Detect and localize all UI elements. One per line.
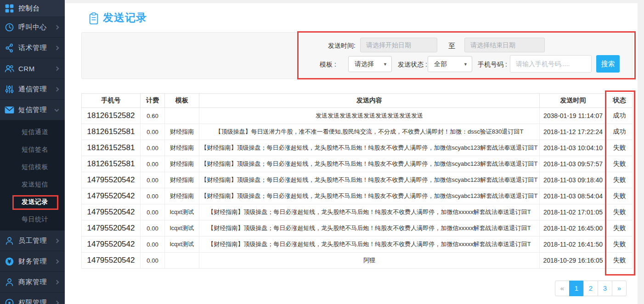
cell-send-time: 2018-11-02 16:45:00 xyxy=(540,220,607,236)
cell-phone: 14795520542 xyxy=(82,253,141,269)
sidebar-item-merchant-mgmt[interactable]: 商家管理 xyxy=(0,272,65,293)
cell-phone: 14795520542 xyxy=(82,204,141,220)
sidebar-item-crm[interactable]: CRM xyxy=(0,58,65,79)
sidebar-subitem-sms-template[interactable]: 短信模板 xyxy=(0,158,65,175)
sidebar: 控制台呼叫中心话术管理CRM通信管理短信管理短信通道短信签名短信模板发送短信发送… xyxy=(0,0,65,304)
select-arrow-icon: ▼ xyxy=(383,62,387,67)
cell-phone: 14795520542 xyxy=(82,188,141,204)
column-header: 计费 xyxy=(141,94,165,108)
page-3-button[interactable]: 3 xyxy=(598,281,612,296)
cell-template: lcqxt测试 xyxy=(165,236,199,253)
yen-icon: ¥ xyxy=(4,257,15,266)
cell-template: lcqxt测试 xyxy=(165,220,199,236)
select-arrow-icon: ▼ xyxy=(463,62,468,67)
sidebar-item-label: 控制台 xyxy=(18,4,40,13)
svg-text:¥: ¥ xyxy=(7,258,11,265)
cell-fee: 0.00 xyxy=(141,140,165,156)
table-row: 181261525810.00财经指南【财经指南】顶级操盘；每日必涨超短线，龙头… xyxy=(82,140,633,156)
target-icon xyxy=(4,298,15,304)
table-row: 181261525810.00财经指南【顶级操盘】每日送潜力牛股，准不准一看便知… xyxy=(82,124,633,140)
sidebar-item-sms-mgmt[interactable]: 短信管理 xyxy=(0,100,65,120)
template-select[interactable]: 请选择 ▼ xyxy=(348,56,392,72)
sidebar-item-label: 财务管理 xyxy=(18,257,47,266)
page-title: 发送记录 xyxy=(103,11,147,25)
cell-phone: 18126152581 xyxy=(82,156,141,172)
sidebar-item-label: 权限管理 xyxy=(18,298,47,304)
cell-content: 【财经指南】顶级操盘；每日必涨超短线，龙头股绝不马后炮！纯股友不收费人满即停，加… xyxy=(199,188,540,204)
cell-fee: 0.00 xyxy=(141,236,165,253)
sidebar-subitem-send-sms[interactable]: 发送短信 xyxy=(0,175,65,193)
cell-status: 失败 xyxy=(607,220,633,236)
cell-fee: 0.00 xyxy=(141,220,165,236)
chevron-right-icon xyxy=(55,238,59,243)
end-date-input[interactable] xyxy=(464,38,545,52)
clock-icon xyxy=(4,23,15,32)
cell-send-time: 2018-11-03 08:54:04 xyxy=(540,188,607,204)
sidebar-item-label: 商家管理 xyxy=(18,278,47,287)
cell-fee: 0.60 xyxy=(141,108,165,124)
page-1-button[interactable]: 1 xyxy=(569,281,584,296)
table-row: 181261525810.00财经指南【财经指南】顶级操盘；每日必涨超短线，龙头… xyxy=(82,156,633,172)
table-body: 181261525820.60发送发送发送发送发送发送发送发送发送2038-01… xyxy=(82,108,633,269)
cell-fee: 0.00 xyxy=(141,188,165,204)
template-label: 模板 : xyxy=(320,61,336,69)
chevron-right-icon xyxy=(55,66,59,71)
cell-status: 成功 xyxy=(607,124,633,140)
table-row: 147955205420.00财经指南【财经指南】顶级操盘；每日必涨超短线，龙头… xyxy=(82,188,633,204)
column-header: 发送内容 xyxy=(199,94,540,108)
sidebar-item-console[interactable]: 控制台 xyxy=(0,0,65,17)
chevron-right-icon xyxy=(55,259,59,264)
start-date-input[interactable] xyxy=(360,38,437,52)
chevron-right-icon xyxy=(55,87,59,91)
search-button[interactable]: 搜索 xyxy=(596,55,620,73)
cell-content: 【财经指南】顶级操盘；每日必涨超短线，龙头股绝不马后炮！纯股友不收费人满即停，加… xyxy=(199,220,540,236)
sidebar-item-comm-mgmt[interactable]: 通信管理 xyxy=(0,79,65,100)
pagination: «123» xyxy=(555,281,627,296)
column-header: 手机号 xyxy=(82,94,141,108)
cell-template: 财经指南 xyxy=(165,188,199,204)
cell-status: 失败 xyxy=(607,156,633,172)
sidebar-submenu-sms-mgmt: 短信通道短信签名短信模板发送短信发送记录每日统计 xyxy=(0,120,65,231)
chevron-right-icon xyxy=(55,300,59,304)
table-row: 181261525820.60发送发送发送发送发送发送发送发送发送2038-01… xyxy=(82,108,633,124)
page-next-button[interactable]: » xyxy=(612,281,627,296)
cell-phone: 14795520542 xyxy=(82,220,141,236)
cell-content: 【财经指南】顶级操盘；每日必涨超短线，龙头股绝不马后炮！纯股友不收费人满即停，加… xyxy=(199,140,540,156)
cell-send-time: 2038-01-19 11:14:07 xyxy=(540,108,607,124)
sidebar-item-call-center[interactable]: 呼叫中心 xyxy=(0,17,65,38)
clipboard-icon xyxy=(89,12,98,25)
column-header: 模板 xyxy=(165,94,199,108)
cell-status: 失败 xyxy=(607,188,633,204)
sidebar-item-finance-mgmt[interactable]: ¥财务管理 xyxy=(0,251,65,272)
sidebar-subitem-daily-stats[interactable]: 每日统计 xyxy=(0,210,65,228)
sidebar-subitem-sms-signature[interactable]: 短信签名 xyxy=(0,141,65,158)
sidebar-subitem-send-records[interactable]: 发送记录 xyxy=(0,193,65,210)
page-2-button[interactable]: 2 xyxy=(583,281,598,296)
cell-fee: 0.00 xyxy=(141,124,165,140)
table-row: 147955205420.00lcqxt测试【财经指南】顶级操盘；每日必涨超短线… xyxy=(82,204,633,220)
sidebar-subitem-sms-channel[interactable]: 短信通道 xyxy=(0,123,65,141)
cell-content: 【财经指南】顶级操盘；每日必涨超短线，龙头股绝不马后炮！纯股友不收费人满即停，加… xyxy=(199,236,540,253)
send-time-label: 发送时间: xyxy=(328,42,356,50)
page-prev-button[interactable]: « xyxy=(555,281,570,296)
cell-template: 财经指南 xyxy=(165,124,199,140)
sidebar-item-permission-mgmt[interactable]: 权限管理 xyxy=(0,293,65,304)
chevron-right-icon xyxy=(55,45,59,50)
sidebar-item-script-mgmt[interactable]: 话术管理 xyxy=(0,38,65,58)
mail-icon xyxy=(4,106,15,114)
chevron-down-icon xyxy=(55,107,59,112)
cell-send-time: 2018-11-12 17:22:24 xyxy=(540,124,607,140)
records-table: 手机号计费模板发送内容发送时间状态 181261525820.60发送发送发送发… xyxy=(81,93,633,269)
cell-phone: 14795520542 xyxy=(82,236,141,253)
sidebar-item-label: 话术管理 xyxy=(18,44,47,52)
sidebar-item-staff-mgmt[interactable]: 员工管理 xyxy=(0,231,65,251)
grid-icon xyxy=(4,4,15,13)
cell-fee: 0.00 xyxy=(141,253,165,269)
cell-template: 财经指南 xyxy=(165,156,199,172)
cell-status: 失败 xyxy=(607,172,633,188)
sidebar-item-label: 呼叫中心 xyxy=(18,23,47,32)
phone-input[interactable] xyxy=(510,55,592,73)
cell-template: lcqxt测试 xyxy=(165,204,199,220)
cell-template xyxy=(165,253,199,269)
status-select[interactable]: 全部 ▼ xyxy=(428,56,472,72)
